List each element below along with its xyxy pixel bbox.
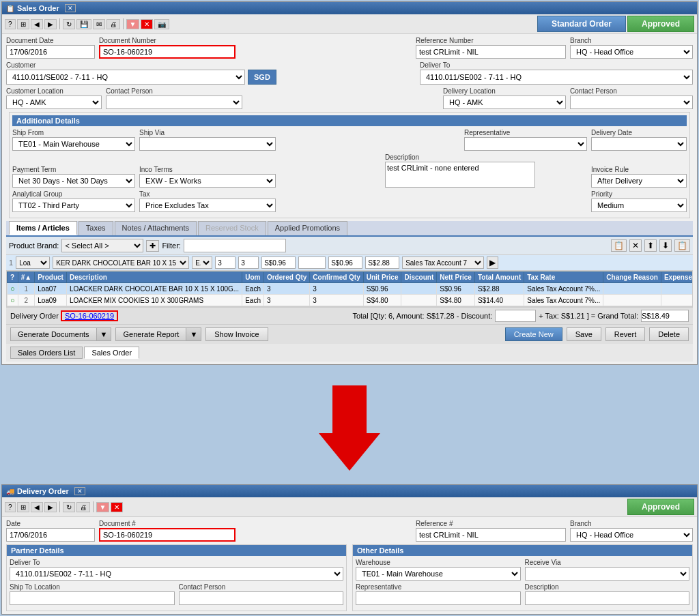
analytical-group-select[interactable]: TT02 - Third Party [12,199,135,212]
table-icon-5[interactable]: 📋 [674,239,690,252]
sales-order-tab[interactable]: Sales Order [84,347,139,359]
sales-order-close-button[interactable]: ✕ [65,4,76,12]
tab-items-articles[interactable]: Items / Articles [9,221,77,235]
currency-button[interactable]: SGD [248,70,276,85]
do-toolbar-btn-back[interactable]: ◀ [31,502,43,512]
invoice-rule-select[interactable]: After Delivery [591,174,687,188]
table-row[interactable]: ○ 2 Loa09 LOACKER MIX COOKIES 10 X 300GR… [8,295,694,306]
do-warehouse-select[interactable]: TE01 - Main Warehouse [356,567,521,581]
do-reference-input[interactable] [416,528,566,542]
discount-input[interactable] [495,310,536,322]
delivery-location-select[interactable]: HQ - AMK [443,96,566,109]
do-receive-via-select[interactable] [525,567,690,581]
generate-documents-button[interactable]: Generate Documents [10,327,97,341]
generate-documents-arrow[interactable]: ▼ [97,327,112,341]
create-new-button[interactable]: Create New [505,327,562,341]
delivery-order-link[interactable]: SO-16-060219 [61,310,118,321]
toolbar-btn-red[interactable]: ▼ [126,19,140,29]
items-table-container: ? #▲ Product Description Uom Ordered Qty… [6,271,693,307]
customer-location-select[interactable]: HQ - AMK [6,96,102,109]
do-toolbar-btn-red[interactable]: ▼ [96,502,110,512]
toolbar-btn-x[interactable]: ✕ [141,19,153,29]
inline-discount[interactable] [298,256,326,269]
delivery-date-select[interactable] [591,137,687,151]
filter-input[interactable] [184,239,286,252]
table-row[interactable]: ○ 1 Loa07 LOACKER DARK CHOCOLATE BAR 10 … [8,283,694,295]
do-deliver-to-select[interactable]: 4110.011/SE002 - 7-11 - HQ [10,567,343,581]
do-toolbar-btn-1[interactable]: ? [5,502,16,512]
do-receive-via-group: Receive Via [525,559,690,581]
inco-terms-select[interactable]: EXW - Ex Works [139,174,276,188]
add-brand-button[interactable]: ✚ [146,240,159,252]
representative-select[interactable] [464,137,587,151]
reference-number-input[interactable] [416,45,566,59]
save-button[interactable]: Save [567,327,601,341]
reference-number-label: Reference Number [416,37,566,44]
standard-order-button[interactable]: Standard Order [537,16,626,32]
contact-person2-select[interactable] [570,96,693,109]
inline-product-select[interactable]: Loa [16,256,50,269]
tax-select[interactable]: Price Excludes Tax [139,199,276,212]
do-document-number-input[interactable] [99,528,236,542]
payment-term-select[interactable]: Net 30 Days - Net 30 Days [12,174,135,188]
grand-total-input[interactable] [641,310,689,322]
toolbar-btn-1[interactable]: ? [5,19,16,29]
inline-uom-select[interactable]: E. [192,256,212,269]
inline-ordered-qty[interactable] [215,256,236,269]
inline-total[interactable] [365,256,399,269]
deliver-to-select[interactable]: 4110.011/SE002 - 7-11 - HQ [420,70,693,85]
toolbar-btn-print[interactable]: 🖨 [106,19,120,29]
tab-applied-promotions[interactable]: Applied Promotions [268,221,347,235]
inline-confirmed-qty[interactable] [238,256,259,269]
document-number-input[interactable] [99,45,236,59]
table-icon-2[interactable]: ✕ [629,239,642,252]
do-date-input[interactable] [6,528,95,542]
do-branch-select[interactable]: HQ - Head Office [570,528,693,542]
toolbar-btn-refresh[interactable]: ↻ [63,19,75,29]
customer-select[interactable]: 4110.011/SE002 - 7-11 - HQ [6,70,245,85]
sales-orders-list-tab[interactable]: Sales Orders List [10,347,83,359]
toolbar-btn-back[interactable]: ◀ [31,19,43,29]
generate-report-arrow[interactable]: ▼ [186,327,201,341]
inline-nett-price[interactable] [328,256,362,269]
do-toolbar-btn-print[interactable]: 🖨 [76,502,90,512]
table-icon-3[interactable]: ⬆ [644,239,657,252]
generate-report-button[interactable]: Generate Report [115,327,186,341]
document-date-input[interactable] [6,45,95,59]
priority-select[interactable]: Medium [591,199,687,212]
table-icon-1[interactable]: 📋 [611,239,627,252]
show-invoice-button[interactable]: Show Invoice [205,327,268,341]
do-ship-location-input[interactable] [10,591,175,605]
delete-button[interactable]: Delete [649,327,689,341]
tab-taxes[interactable]: Taxes [79,221,113,235]
delivery-order-close-button[interactable]: ✕ [74,487,85,495]
inline-icon-1[interactable]: ▶ [487,256,498,269]
toolbar-btn-save[interactable]: 💾 [76,19,91,29]
do-toolbar-btn-forward[interactable]: ▶ [44,502,57,512]
do-toolbar-btn-x[interactable]: ✕ [111,502,123,512]
revert-button[interactable]: Revert [605,327,645,341]
approved-button[interactable]: Approved [627,16,694,32]
contact-person-select[interactable] [106,96,242,109]
branch-select[interactable]: HQ - Head Office [570,45,693,59]
do-toolbar-btn-refresh[interactable]: ↻ [63,502,75,512]
toolbar-btn-grid[interactable]: ⊞ [17,19,29,29]
tab-notes[interactable]: Notes / Attachments [115,221,197,235]
ship-via-select[interactable] [139,137,276,151]
ship-from-select[interactable]: TE01 - Main Warehouse [12,137,135,151]
do-approved-button[interactable]: Approved [627,499,694,515]
description-textarea[interactable]: test CRLimit - none entered [385,162,535,188]
toolbar-btn-forward[interactable]: ▶ [44,19,57,29]
inline-tax-select[interactable]: Sales Tax Account 7 [402,256,484,269]
product-brand-select[interactable]: < Select All > [61,239,143,252]
toolbar-btn-camera[interactable]: 📷 [154,19,169,29]
inline-desc-select[interactable]: KER DARK CHOCOLATE BAR 10 X 15 X 100GRAM… [53,256,189,269]
inline-unit-price[interactable] [261,256,296,269]
table-icon-4[interactable]: ⬇ [659,239,672,252]
do-toolbar-btn-grid[interactable]: ⊞ [17,502,29,512]
row2-description: LOACKER MIX COOKIES 10 X 300GRAMS [66,295,242,306]
do-representative-input[interactable] [356,591,521,605]
toolbar-btn-email[interactable]: ✉ [93,19,105,29]
do-description-input[interactable] [525,591,690,605]
do-contact-input[interactable] [179,591,344,605]
